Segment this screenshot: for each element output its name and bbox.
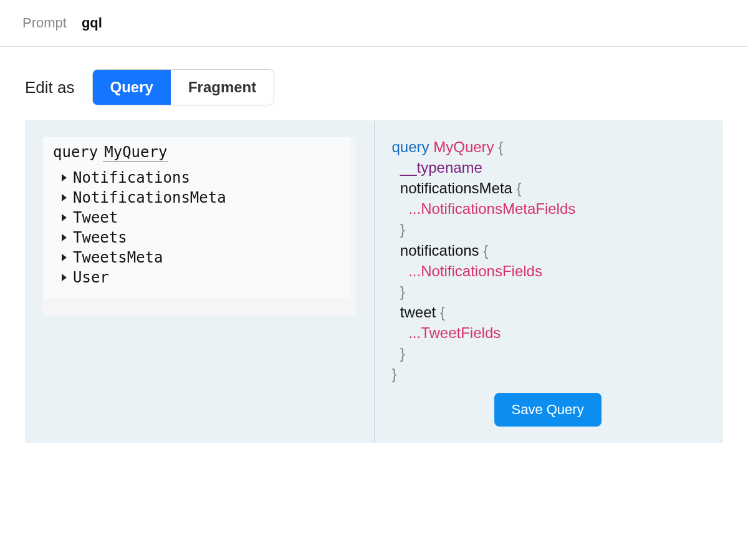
caret-right-icon bbox=[62, 254, 67, 261]
caret-right-icon bbox=[62, 174, 67, 181]
code-query-name: MyQuery bbox=[433, 138, 494, 155]
code-brace-open: { bbox=[517, 180, 522, 196]
explorer-field-label: User bbox=[73, 269, 109, 286]
explorer-field-label: TweetsMeta bbox=[73, 249, 163, 266]
caret-right-icon bbox=[62, 194, 67, 201]
explorer-card: query MyQuery Notifications Notification… bbox=[42, 137, 357, 316]
code-typename: __typename bbox=[400, 159, 482, 176]
explorer-field-tweet[interactable]: Tweet bbox=[62, 208, 340, 228]
code-brace-close: } bbox=[400, 221, 405, 238]
code-brace-close: } bbox=[400, 283, 405, 300]
explorer-field-label: Notifications bbox=[73, 169, 190, 186]
code-brace-open: { bbox=[483, 242, 488, 259]
explorer-pane: query MyQuery Notifications Notification… bbox=[25, 120, 375, 443]
query-name-input[interactable]: MyQuery bbox=[103, 143, 168, 162]
caret-right-icon bbox=[62, 214, 67, 221]
gql-workspace: query MyQuery Notifications Notification… bbox=[25, 120, 723, 443]
code-field-name: notifications bbox=[400, 242, 479, 259]
explorer-field-notifications-meta[interactable]: NotificationsMeta bbox=[62, 188, 340, 208]
breadcrumb-root[interactable]: Prompt bbox=[22, 15, 67, 31]
code-brace-close: } bbox=[392, 365, 397, 382]
breadcrumb: Prompt gql bbox=[0, 0, 748, 47]
query-keyword: query bbox=[53, 143, 98, 161]
code-fragment-spread: ...TweetFields bbox=[408, 324, 501, 341]
code-field-name: notificationsMeta bbox=[400, 180, 512, 196]
tab-query[interactable]: Query bbox=[93, 70, 171, 105]
explorer-field-tweets[interactable]: Tweets bbox=[62, 228, 340, 248]
preview-pane: query MyQuery { __typename notifications… bbox=[375, 120, 724, 443]
edit-as-toolbar: Edit as Query Fragment bbox=[0, 47, 748, 120]
tab-fragment[interactable]: Fragment bbox=[171, 70, 274, 105]
save-query-button[interactable]: Save Query bbox=[494, 393, 602, 427]
explorer-field-user[interactable]: User bbox=[62, 268, 340, 287]
edit-as-tab-group: Query Fragment bbox=[92, 69, 275, 105]
gql-code: query MyQuery { __typename notifications… bbox=[392, 137, 706, 384]
breadcrumb-current: gql bbox=[82, 15, 102, 31]
explorer-field-tweets-meta[interactable]: TweetsMeta bbox=[62, 248, 340, 268]
code-brace-close: } bbox=[400, 345, 405, 362]
caret-right-icon bbox=[62, 234, 67, 241]
code-keyword: query bbox=[392, 138, 429, 155]
explorer-field-label: NotificationsMeta bbox=[73, 189, 226, 206]
explorer-header: query MyQuery bbox=[53, 143, 340, 162]
edit-as-label: Edit as bbox=[25, 78, 75, 97]
explorer-items: Notifications NotificationsMeta Tweet Tw… bbox=[53, 168, 340, 287]
caret-right-icon bbox=[62, 274, 67, 281]
explorer-field-label: Tweets bbox=[73, 229, 127, 246]
code-field-name: tweet bbox=[400, 304, 436, 321]
explorer-field-label: Tweet bbox=[73, 209, 118, 226]
code-fragment-spread: ...NotificationsMetaFields bbox=[408, 200, 575, 217]
code-fragment-spread: ...NotificationsFields bbox=[408, 263, 542, 279]
code-brace-open: { bbox=[440, 304, 445, 321]
explorer-field-notifications[interactable]: Notifications bbox=[62, 168, 340, 188]
code-brace-open: { bbox=[498, 138, 503, 155]
